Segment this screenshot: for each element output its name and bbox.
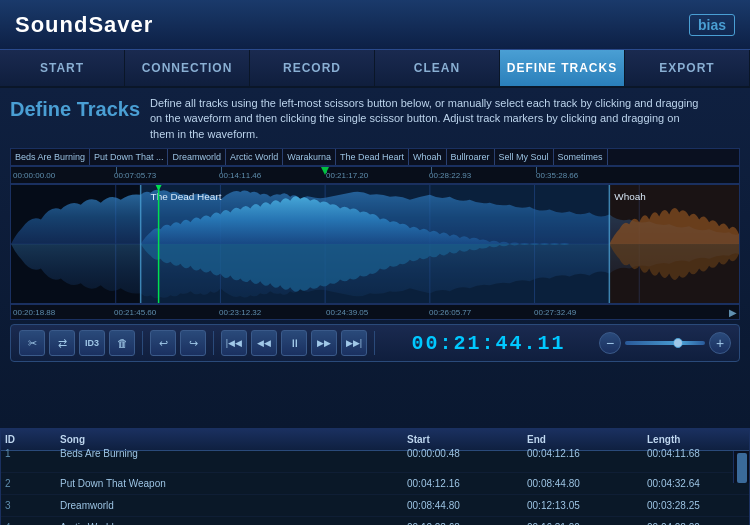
- zoom-controls: − +: [599, 332, 731, 354]
- row-2-song: Put Down That Weapon: [56, 478, 403, 489]
- tab-export[interactable]: EXPORT: [625, 50, 750, 86]
- fast-forward-btn[interactable]: ▶▶: [311, 330, 337, 356]
- define-tracks-title: Define Tracks: [10, 96, 150, 121]
- col-header-start: Start: [403, 434, 523, 445]
- table-row[interactable]: 1 Beds Are Burning 00:00:00.48 00:04:12.…: [1, 451, 749, 473]
- pause-btn[interactable]: ⏸: [281, 330, 307, 356]
- track-label-3: Arctic World: [226, 149, 283, 165]
- tab-define-tracks[interactable]: DEFINE TRACKS: [500, 50, 625, 86]
- app-title: SoundSaver: [15, 12, 153, 38]
- skip-end-btn[interactable]: ▶▶|: [341, 330, 367, 356]
- svg-text:Whoah: Whoah: [614, 191, 646, 202]
- define-tracks-description: Define all tracks using the left-most sc…: [150, 96, 700, 142]
- row-2-end: 00:08:44.80: [523, 478, 643, 489]
- scissors-all-btn[interactable]: ✂: [19, 330, 45, 356]
- svg-text:The Dead Heart: The Dead Heart: [151, 191, 222, 202]
- scissors-pair-btn[interactable]: ⇄: [49, 330, 75, 356]
- bottom-time-ruler: 00:20:18.88 00:21:45.60 00:23:12.32 00:2…: [10, 304, 740, 320]
- row-1-end: 00:04:12.16: [523, 448, 643, 459]
- row-1-start: 00:00:00.48: [403, 448, 523, 459]
- undo-btn[interactable]: ↩: [150, 330, 176, 356]
- row-3-start: 00:08:44.80: [403, 500, 523, 511]
- table-row[interactable]: 3 Dreamworld 00:08:44.80 00:12:13.05 00:…: [1, 495, 749, 517]
- track-label-4: Warakurna: [283, 149, 336, 165]
- table-row[interactable]: 2 Put Down That Weapon 00:04:12.16 00:08…: [1, 473, 749, 495]
- track-label-9: Sometimes: [554, 149, 608, 165]
- track-label-7: Bullroarer: [447, 149, 495, 165]
- id3-btn[interactable]: ID3: [79, 330, 105, 356]
- nav-tabs: START CONNECTION RECORD CLEAN DEFINE TRA…: [0, 50, 750, 88]
- tab-clean[interactable]: CLEAN: [375, 50, 500, 86]
- toolbar-sep-3: [374, 331, 375, 355]
- track-label-0: Beds Are Burning: [11, 149, 90, 165]
- main-content: Define Tracks Define all tracks using th…: [0, 88, 750, 428]
- col-header-id: ID: [1, 434, 26, 445]
- delete-btn[interactable]: 🗑: [109, 330, 135, 356]
- track-label-2: Dreamworld: [168, 149, 226, 165]
- row-3-id: 3: [1, 500, 26, 511]
- app-header: SoundSaver bias: [0, 0, 750, 50]
- zoom-slider[interactable]: [625, 341, 705, 345]
- rewind-btn[interactable]: ◀◀: [251, 330, 277, 356]
- row-3-song: Dreamworld: [56, 500, 403, 511]
- track-name-bar: Beds Are Burning Put Down That ... Dream…: [10, 148, 740, 166]
- skip-start-btn[interactable]: |◀◀: [221, 330, 247, 356]
- row-3-end: 00:12:13.05: [523, 500, 643, 511]
- timecode-display: 00:21:44.11: [392, 332, 585, 355]
- zoom-in-btn[interactable]: +: [709, 332, 731, 354]
- tab-record[interactable]: RECORD: [250, 50, 375, 86]
- track-label-8: Sell My Soul: [495, 149, 554, 165]
- table-row[interactable]: 4 Arctic World 00:12:23.68 00:16:31.90 0…: [1, 517, 749, 525]
- tab-connection[interactable]: CONNECTION: [125, 50, 250, 86]
- row-1-song: Beds Are Burning: [56, 448, 403, 459]
- track-label-5: The Dead Heart: [336, 149, 409, 165]
- top-time-ruler: 00:00:00.00 00:07:05.73 00:14:11.46 00:2…: [10, 166, 740, 184]
- row-3-length: 00:03:28.25: [643, 500, 733, 511]
- bias-logo: bias: [689, 14, 735, 36]
- row-1-length: 00:04:11.68: [643, 448, 733, 459]
- define-tracks-header: Define Tracks Define all tracks using th…: [10, 96, 740, 142]
- redo-btn[interactable]: ↪: [180, 330, 206, 356]
- col-header-length: Length: [643, 434, 733, 445]
- row-2-start: 00:04:12.16: [403, 478, 523, 489]
- scrollbar-top[interactable]: [733, 451, 749, 483]
- zoom-slider-thumb: [673, 338, 683, 348]
- track-list: ID Song Start End Length 1 Beds Are Burn…: [0, 428, 750, 525]
- toolbar: ✂ ⇄ ID3 🗑 ↩ ↪ |◀◀ ◀◀ ⏸ ▶▶ ▶▶| 00:21:44.1…: [10, 324, 740, 362]
- row-2-id: 2: [1, 478, 26, 489]
- toolbar-sep-2: [213, 331, 214, 355]
- tab-start[interactable]: START: [0, 50, 125, 86]
- zoom-out-btn[interactable]: −: [599, 332, 621, 354]
- track-label-1: Put Down That ...: [90, 149, 168, 165]
- waveform-container[interactable]: The Dead Heart Whoah: [10, 184, 740, 304]
- col-header-end: End: [523, 434, 643, 445]
- row-1-id: 1: [1, 448, 26, 459]
- toolbar-sep-1: [142, 331, 143, 355]
- col-header-song: Song: [56, 434, 403, 445]
- row-2-length: 00:04:32.64: [643, 478, 733, 489]
- track-label-6: Whoah: [409, 149, 447, 165]
